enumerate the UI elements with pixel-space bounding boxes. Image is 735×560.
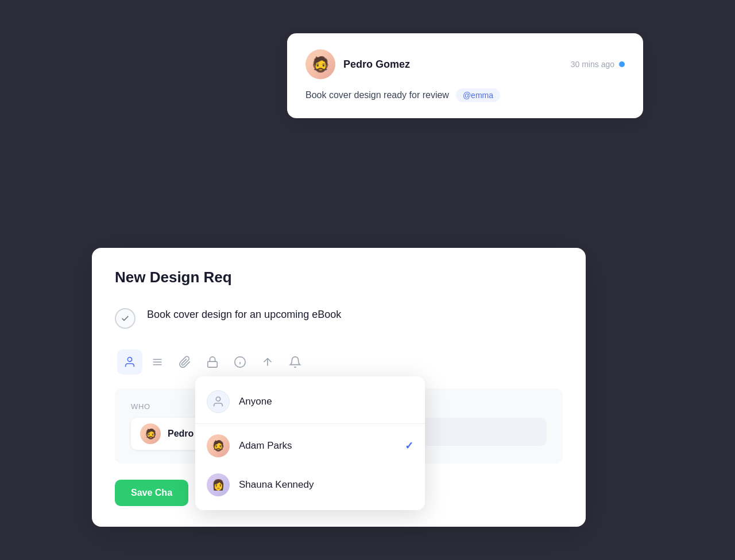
lock-icon [206, 356, 219, 368]
notification-message: Book cover design ready for review @emma [305, 88, 625, 102]
tab-info[interactable] [227, 349, 253, 375]
svg-rect-4 [208, 361, 218, 367]
tab-privacy[interactable] [200, 349, 225, 375]
assignee-avatar: 🧔 [140, 423, 161, 444]
tab-bar [115, 349, 563, 375]
tab-details[interactable] [145, 349, 170, 375]
tab-priority[interactable] [255, 349, 280, 375]
task-description: Book cover design for an upcoming eBook [147, 307, 341, 322]
avatar-shauna-kennedy: 👩 [207, 473, 230, 496]
dropdown-separator [195, 423, 425, 424]
selected-check-icon: ✓ [405, 440, 413, 452]
anyone-label: Anyone [239, 396, 413, 407]
person-generic-icon [212, 395, 225, 408]
svg-point-9 [216, 397, 220, 401]
bell-icon [289, 356, 301, 368]
check-icon [121, 314, 130, 323]
mention-tag[interactable]: @emma [456, 88, 500, 102]
info-circle-icon [234, 356, 246, 368]
notification-time: 30 mins ago [571, 60, 625, 69]
save-changes-button[interactable]: Save Cha [115, 480, 188, 506]
arrow-up-icon [261, 356, 274, 368]
dropdown-item-adam[interactable]: 🧔 Adam Parks ✓ [195, 426, 425, 465]
adam-parks-label: Adam Parks [239, 440, 396, 452]
tab-notifications[interactable] [283, 349, 308, 375]
dropdown-item-anyone[interactable]: Anyone [195, 382, 425, 421]
card-title: New Design Req [115, 269, 563, 286]
notification-time-label: 30 mins ago [571, 60, 614, 69]
notification-message-text: Book cover design ready for review [305, 90, 449, 100]
avatar-pedro-notification: 🧔 [305, 49, 335, 79]
shauna-kennedy-label: Shauna Kennedy [239, 479, 413, 491]
avatar-adam-parks: 🧔 [207, 434, 230, 457]
notification-user-name: Pedro Gomez [343, 59, 410, 71]
paperclip-icon [179, 356, 191, 368]
avatar-anyone [207, 390, 230, 413]
lines-icon [151, 356, 164, 368]
tab-assignee[interactable] [117, 349, 142, 375]
tab-attachments[interactable] [172, 349, 198, 375]
dropdown-item-shauna[interactable]: 👩 Shauna Kennedy [195, 465, 425, 504]
assignee-dropdown: Anyone 🧔 Adam Parks ✓ 👩 Shauna Kennedy [195, 376, 425, 510]
notification-user: 🧔 Pedro Gomez [305, 49, 410, 79]
task-checkbox[interactable] [115, 308, 136, 329]
notification-header: 🧔 Pedro Gomez 30 mins ago [305, 49, 625, 79]
notification-card: 🧔 Pedro Gomez 30 mins ago Book cover des… [287, 33, 643, 118]
person-icon [123, 356, 136, 368]
svg-point-0 [127, 357, 131, 361]
notification-unread-dot [619, 61, 625, 67]
task-row: Book cover design for an upcoming eBook [115, 307, 563, 329]
